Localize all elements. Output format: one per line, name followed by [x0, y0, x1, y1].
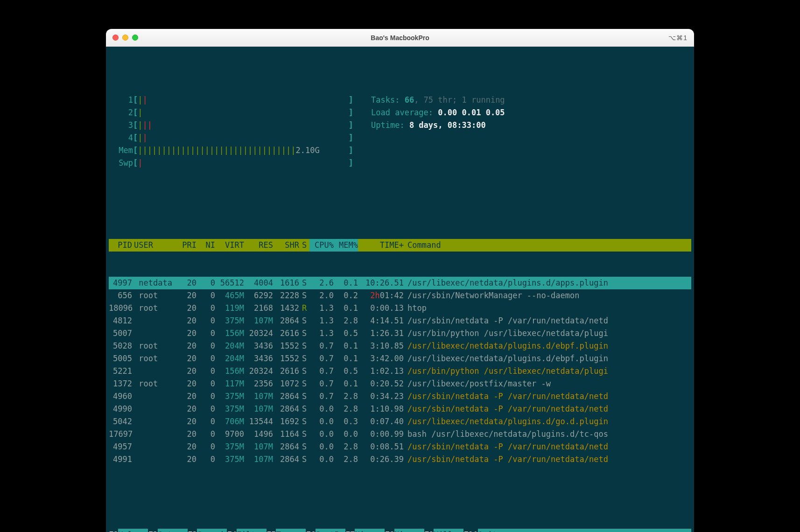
fkey-label[interactable]: Filter: [237, 529, 267, 532]
fkey-key[interactable]: F4: [227, 529, 236, 532]
col-mem[interactable]: MEM%: [334, 239, 358, 252]
status-line: Tasks: 66, 75 thr; 1 running: [353, 94, 505, 106]
fkey-key[interactable]: F9: [424, 529, 434, 532]
table-row[interactable]: 5042 200706M135441692S0.00.30:07.40/usr/…: [109, 415, 691, 428]
table-row[interactable]: 18096 root200119M21681432R1.30.10:00.13h…: [109, 302, 691, 315]
col-pri[interactable]: PRI: [174, 239, 196, 252]
fkey-key[interactable]: F10: [463, 529, 478, 532]
function-key-bar: F1Help F2Setup F3SearchF4FilterF5Tree F6…: [109, 529, 691, 532]
table-row[interactable]: 4991 200375M107M2864S0.02.80:26.39/usr/s…: [109, 453, 691, 466]
fkey-label[interactable]: Nice +: [394, 529, 424, 532]
col-user[interactable]: USER: [134, 239, 174, 252]
col-ni[interactable]: NI: [196, 239, 215, 252]
cpu-meter: 3[|||]Uptime: 8 days, 08:33:00: [113, 119, 691, 132]
fkey-key[interactable]: F1: [109, 529, 118, 532]
col-pid[interactable]: PID: [109, 239, 134, 252]
table-row[interactable]: 5005 root200204M34361552S0.70.13:42.00/u…: [109, 352, 691, 365]
col-s[interactable]: S: [299, 239, 309, 252]
col-time[interactable]: TIME+: [358, 239, 404, 252]
fkey-key[interactable]: F3: [188, 529, 197, 532]
window-title: Bao's MacbookPro: [106, 34, 694, 42]
fkey-label[interactable]: Kill: [434, 529, 463, 532]
fkey-label[interactable]: Search: [197, 529, 227, 532]
fkey-label[interactable]: Tree: [276, 529, 306, 532]
table-row[interactable]: 4997 netdata2005651240041616S2.60.110:26…: [109, 277, 691, 289]
col-res[interactable]: RES: [244, 239, 273, 252]
fkey-key[interactable]: F8: [385, 529, 394, 532]
terminal-body[interactable]: 1[||]Tasks: 66, 75 thr; 1 running2[|]Loa…: [106, 47, 694, 532]
cpu-meter: 2[|]Load average: 0.00 0.01 0.05: [113, 106, 691, 119]
process-table: PID USER PRI NI VIRT RES SHR S CPU% MEM%…: [109, 214, 691, 491]
cpu-meter: 1[||]Tasks: 66, 75 thr; 1 running: [113, 94, 691, 106]
status-line: Uptime: 8 days, 08:33:00: [353, 119, 486, 132]
fkey-label[interactable]: Nice -: [355, 529, 385, 532]
col-shr[interactable]: SHR: [273, 239, 299, 252]
titlebar: Bao's MacbookPro ⌥⌘1: [106, 29, 694, 47]
table-row[interactable]: 4812 200375M107M2864S1.32.84:14.51/usr/s…: [109, 315, 691, 327]
fkey-label[interactable]: Setup: [158, 529, 188, 532]
swap-meter: Swp[|]: [113, 157, 691, 169]
status-line: Load average: 0.00 0.01 0.05: [353, 106, 505, 119]
table-row[interactable]: 1372 root200117M23561072S0.70.10:20.52/u…: [109, 378, 691, 390]
fkey-key[interactable]: F7: [345, 529, 355, 532]
col-cpu[interactable]: CPU%: [309, 239, 334, 252]
table-row[interactable]: 4957 200375M107M2864S0.02.80:08.51/usr/s…: [109, 441, 691, 453]
fkey-key[interactable]: F2: [148, 529, 157, 532]
fkey-label[interactable]: SortBy: [316, 529, 345, 532]
fkey-key[interactable]: F6: [306, 529, 315, 532]
cpu-meter: 4[||]: [113, 132, 691, 144]
terminal-window: Bao's MacbookPro ⌥⌘1 1[||]Tasks: 66, 75 …: [106, 29, 694, 532]
table-row[interactable]: 4960 200375M107M2864S0.72.80:34.23/usr/s…: [109, 390, 691, 403]
fkey-key[interactable]: F5: [267, 529, 276, 532]
status-line: [353, 132, 371, 144]
meters-panel: 1[||]Tasks: 66, 75 thr; 1 running2[|]Loa…: [109, 94, 691, 169]
table-row[interactable]: 4990 200375M107M2864S0.02.81:10.98/usr/s…: [109, 403, 691, 415]
fkey-label[interactable]: Quit: [478, 529, 691, 532]
table-row[interactable]: 5007 200156M203242616S1.30.51:26.31/usr/…: [109, 327, 691, 340]
table-row[interactable]: 17697 200970014961164S0.00.00:00.99bash …: [109, 428, 691, 441]
col-virt[interactable]: VIRT: [215, 239, 244, 252]
table-row[interactable]: 5028 root200204M34361552S0.70.13:10.85/u…: [109, 340, 691, 352]
table-row[interactable]: 5221 200156M203242616S0.70.51:02.13/usr/…: [109, 365, 691, 378]
col-cmd[interactable]: Command: [404, 239, 691, 252]
fkey-label[interactable]: Help: [118, 529, 148, 532]
mem-meter: Mem[|||||||||||||||||||||||||||||||||2.1…: [113, 144, 691, 157]
table-header[interactable]: PID USER PRI NI VIRT RES SHR S CPU% MEM%…: [109, 239, 691, 252]
table-row[interactable]: 656 root200465M62922228S2.00.22h01:42/us…: [109, 289, 691, 302]
